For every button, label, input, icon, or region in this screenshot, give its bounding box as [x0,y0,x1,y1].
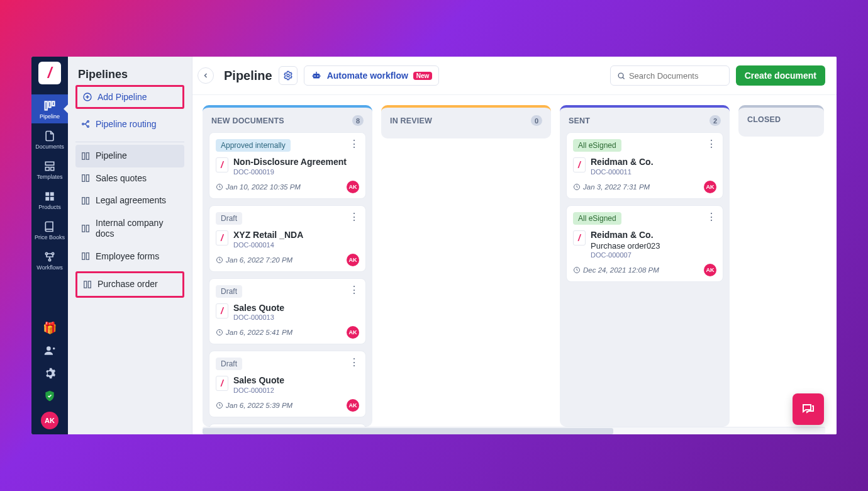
sidebar-item-purchase-order[interactable]: Purchase order [77,273,182,296]
sidebar-item-employee-forms[interactable]: Employee forms [75,246,184,268]
grid-icon [43,190,56,203]
automate-label: Automate workflow [327,71,408,81]
clock-icon [216,329,223,336]
rail-item-pricebooks[interactable]: Price Books [31,215,68,244]
svg-point-11 [52,252,53,254]
doc-logo-icon: / [573,157,586,172]
add-pipeline-button[interactable]: Add Pipeline [77,87,182,107]
svg-point-34 [618,73,623,78]
svg-point-15 [82,123,84,125]
card-menu-icon[interactable]: ⋮ [349,138,359,150]
doc-time: Dec 24, 2021 12:08 PM [573,266,659,274]
columns-icon [81,251,91,261]
user-avatar[interactable]: AK [41,412,58,429]
doc-code: DOC-000012 [233,387,284,394]
assignee-avatar: AK [704,264,716,276]
gift-icon[interactable]: 🎁 [43,321,57,335]
status-tag: Approved internally [216,139,291,152]
card-menu-icon[interactable]: ⋮ [706,138,716,150]
rail-item-products[interactable]: Products [31,185,68,214]
sidebar-item-label: Employee forms [96,251,159,262]
svg-point-16 [87,121,89,123]
svg-rect-27 [86,253,89,260]
svg-point-30 [287,74,289,77]
clock-icon [216,183,223,191]
highlight-add-pipeline: Add Pipeline [75,85,184,109]
card-menu-icon[interactable]: ⋮ [706,211,716,223]
assignee-avatar: AK [347,399,359,412]
horizontal-scrollbar[interactable] [203,427,825,434]
kanban-board: NEW DOCUMENTS8Approved internally ⋮/ Non… [192,95,837,427]
svg-rect-22 [82,197,85,204]
doc-title: Sales Quote [233,375,284,386]
divider [75,142,184,142]
svg-point-10 [45,252,47,254]
svg-rect-18 [82,152,85,159]
svg-rect-0 [45,101,47,110]
svg-rect-3 [45,162,53,165]
document-card[interactable]: Draft ⋮/ Sales QuoteDOC-000013 Jan 6, 20… [209,278,366,345]
back-button[interactable] [198,67,214,84]
column-title: CLOSED [747,115,781,124]
search-input[interactable] [629,71,723,81]
card-menu-icon[interactable]: ⋮ [349,284,359,296]
sidebar-item-legal-agreements[interactable]: Legal agreements [75,189,184,212]
sidebar-item-label: Internal company docs [96,218,179,240]
create-document-button[interactable]: Create document [736,65,825,86]
rail-item-templates[interactable]: Templates [31,155,68,184]
column-body[interactable]: All eSigned ⋮/ Reidman & Co.DOC-000011 J… [560,132,730,427]
sidebar-item-label: Purchase order [97,279,158,290]
doc-code: DOC-000014 [233,241,303,249]
sidebar-item-label: Sales quotes [96,173,147,184]
automate-workflow-button[interactable]: Automate workflow New [304,65,440,86]
shield-icon[interactable] [43,389,57,403]
brand-logo[interactable]: / [38,62,61,84]
add-user-icon[interactable] [43,344,57,358]
pipeline-routing-button[interactable]: Pipeline routing [75,114,184,134]
column-new: NEW DOCUMENTS8Approved internally ⋮/ Non… [203,105,372,427]
clock-icon [573,183,581,191]
column-body[interactable] [381,132,551,138]
document-icon [43,130,56,142]
sidebar-item-internal-docs[interactable]: Internal company docs [75,212,184,246]
rail-label: Price Books [35,235,65,240]
highlight-purchase-order: Purchase order [75,271,184,298]
rail-item-workflows[interactable]: Workflows [31,246,68,274]
card-menu-icon[interactable]: ⋮ [349,356,359,368]
doc-title: Reidman & Co. [591,230,660,240]
svg-rect-21 [86,175,89,182]
svg-rect-8 [45,197,49,201]
column-body[interactable] [738,130,824,137]
doc-title: Reidman & Co. [591,157,654,167]
chat-icon [801,402,816,417]
svg-rect-19 [86,152,89,159]
doc-subtitle: Purchase order023 [591,241,660,251]
sidebar-item-pipeline[interactable]: Pipeline [75,145,184,167]
svg-rect-5 [51,167,54,171]
status-tag: Draft [216,285,242,298]
svg-rect-2 [52,101,54,106]
assignee-avatar: AK [704,181,716,193]
document-card[interactable]: Draft ⋮/ Sales QuoteDOC-000012 Jan 6, 20… [209,351,366,417]
doc-logo-icon: / [216,303,228,319]
column-body[interactable]: Approved internally ⋮/ Non-Disclosure Ag… [203,132,372,427]
document-card[interactable]: Draft ⋮/ XYZ Retail _NDADOC-000014 Jan 6… [209,205,366,272]
doc-code: DOC-000019 [233,168,347,176]
svg-rect-24 [82,225,85,232]
rail-label: Workflows [36,265,62,271]
document-card[interactable]: Approved internally ⋮/ Non-Disclosure Ag… [209,132,366,199]
rail-item-pipeline[interactable]: Pipeline [31,94,68,123]
card-menu-icon[interactable]: ⋮ [349,211,359,223]
rail-label: Documents [35,144,64,150]
doc-logo-icon: / [573,230,586,246]
column-closed: CLOSED [738,105,824,137]
columns-icon [81,173,91,183]
document-card[interactable]: All eSigned ⋮/ Reidman & Co.Purchase ord… [566,205,723,282]
chat-fab[interactable] [793,393,824,425]
document-card[interactable]: All eSigned ⋮/ Reidman & Co.DOC-000011 J… [566,132,723,199]
rail-item-documents[interactable]: Documents [31,125,68,154]
settings-button[interactable] [279,66,298,85]
sidebar-item-sales-quotes[interactable]: Sales quotes [75,167,184,190]
settings-icon[interactable] [43,366,57,380]
search-box[interactable] [610,65,730,86]
